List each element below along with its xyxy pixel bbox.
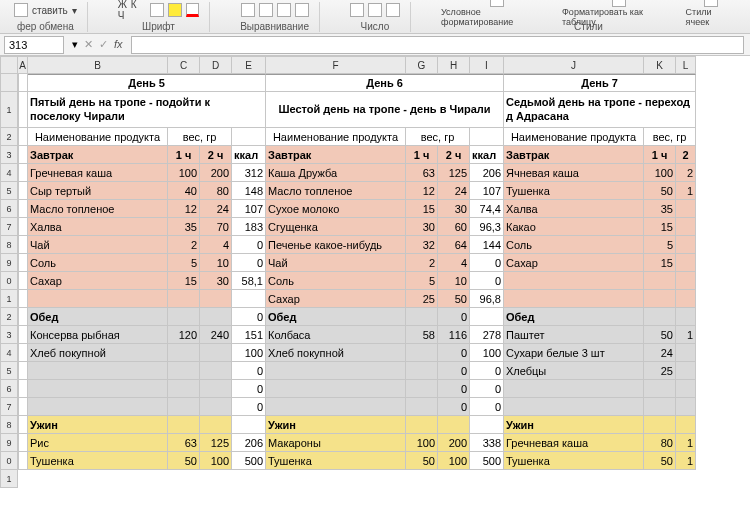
- cell[interactable]: 63: [406, 164, 438, 182]
- cell[interactable]: [676, 380, 696, 398]
- cell[interactable]: 80: [200, 182, 232, 200]
- fx-icon[interactable]: fx: [114, 38, 123, 51]
- cell[interactable]: Паштет: [504, 326, 644, 344]
- cell[interactable]: 100: [200, 452, 232, 470]
- cell[interactable]: 0: [438, 344, 470, 362]
- cell[interactable]: Рис: [28, 434, 168, 452]
- cell[interactable]: [644, 416, 676, 434]
- cell[interactable]: Тушенка: [266, 452, 406, 470]
- cell[interactable]: Шестой день на тропе - день в Чирали: [266, 92, 504, 128]
- col-header[interactable]: I: [470, 56, 504, 74]
- cell[interactable]: 50: [438, 290, 470, 308]
- align-left-icon[interactable]: [241, 3, 255, 17]
- cell[interactable]: Обед: [266, 308, 406, 326]
- col-header[interactable]: L: [676, 56, 696, 74]
- number-format-icon[interactable]: [350, 3, 364, 17]
- cell[interactable]: Чай: [28, 236, 168, 254]
- font-style-buttons[interactable]: Ж К Ч: [118, 0, 147, 21]
- cell[interactable]: [676, 362, 696, 380]
- cell[interactable]: 0: [438, 362, 470, 380]
- cell[interactable]: 0: [232, 254, 266, 272]
- cell[interactable]: 200: [200, 164, 232, 182]
- cell[interactable]: Сыр тертый: [28, 182, 168, 200]
- cell[interactable]: 0: [470, 362, 504, 380]
- cell[interactable]: [168, 344, 200, 362]
- col-header[interactable]: A: [18, 56, 28, 74]
- cell[interactable]: [18, 74, 28, 92]
- cell[interactable]: [28, 362, 168, 380]
- cell[interactable]: 1: [676, 182, 696, 200]
- paste-icon[interactable]: [14, 3, 28, 17]
- cell[interactable]: [504, 380, 644, 398]
- cell[interactable]: [18, 344, 28, 362]
- col-header[interactable]: F: [266, 56, 406, 74]
- cell[interactable]: 96,8: [470, 290, 504, 308]
- name-box[interactable]: 313: [4, 36, 64, 54]
- cell[interactable]: Ячневая каша: [504, 164, 644, 182]
- cell[interactable]: 35: [644, 200, 676, 218]
- cell[interactable]: 50: [644, 326, 676, 344]
- cell[interactable]: Завтрак: [28, 146, 168, 164]
- cell[interactable]: [18, 416, 28, 434]
- row-header[interactable]: 1: [0, 290, 18, 308]
- cell[interactable]: [200, 344, 232, 362]
- align-center-icon[interactable]: [259, 3, 273, 17]
- row-header[interactable]: 8: [0, 236, 18, 254]
- cell[interactable]: 116: [438, 326, 470, 344]
- align-right-icon[interactable]: [277, 3, 291, 17]
- cell[interactable]: [18, 380, 28, 398]
- cell[interactable]: 206: [470, 164, 504, 182]
- cell[interactable]: [676, 254, 696, 272]
- cell[interactable]: [676, 272, 696, 290]
- row-header[interactable]: 7: [0, 218, 18, 236]
- cell[interactable]: Сухое молоко: [266, 200, 406, 218]
- row-header[interactable]: 0: [0, 452, 18, 470]
- cell[interactable]: [18, 200, 28, 218]
- cancel-icon[interactable]: ✕: [84, 38, 93, 51]
- cell[interactable]: [438, 416, 470, 434]
- cell[interactable]: Сахар: [266, 290, 406, 308]
- cell[interactable]: 312: [232, 164, 266, 182]
- cell[interactable]: [470, 416, 504, 434]
- cell[interactable]: [28, 380, 168, 398]
- cell[interactable]: 50: [406, 452, 438, 470]
- col-header[interactable]: E: [232, 56, 266, 74]
- cell[interactable]: 2 ч: [438, 146, 470, 164]
- cell[interactable]: 32: [406, 236, 438, 254]
- cell[interactable]: [232, 416, 266, 434]
- cell[interactable]: Хлеб покупной: [28, 344, 168, 362]
- cell[interactable]: 25: [644, 362, 676, 380]
- row-header[interactable]: 9: [0, 434, 18, 452]
- expand-icon[interactable]: ▾: [72, 5, 77, 16]
- cell[interactable]: [232, 128, 266, 146]
- cell[interactable]: [168, 290, 200, 308]
- row-header[interactable]: 2: [0, 308, 18, 326]
- cell[interactable]: 0: [232, 398, 266, 416]
- cell[interactable]: 24: [200, 200, 232, 218]
- cell[interactable]: [168, 308, 200, 326]
- cell[interactable]: 40: [168, 182, 200, 200]
- cell[interactable]: Гречневая каша: [504, 434, 644, 452]
- col-header[interactable]: C: [168, 56, 200, 74]
- row-header[interactable]: 3: [0, 326, 18, 344]
- cell[interactable]: Обед: [504, 308, 644, 326]
- cell[interactable]: [200, 308, 232, 326]
- cell[interactable]: 144: [470, 236, 504, 254]
- cell[interactable]: [200, 380, 232, 398]
- cell[interactable]: 2 ч: [200, 146, 232, 164]
- cell[interactable]: 0: [470, 254, 504, 272]
- cell[interactable]: Обед: [28, 308, 168, 326]
- cell[interactable]: [676, 308, 696, 326]
- col-header[interactable]: G: [406, 56, 438, 74]
- cell[interactable]: 50: [644, 452, 676, 470]
- cell[interactable]: Макароны: [266, 434, 406, 452]
- cell[interactable]: Пятый день на тропе - подойти к поселоку…: [28, 92, 266, 128]
- enter-icon[interactable]: ✓: [99, 38, 108, 51]
- cell[interactable]: 500: [470, 452, 504, 470]
- fill-color-icon[interactable]: [168, 3, 182, 17]
- cell[interactable]: [18, 92, 28, 128]
- cell[interactable]: 10: [438, 272, 470, 290]
- cell[interactable]: [18, 452, 28, 470]
- cell[interactable]: Масло топленое: [266, 182, 406, 200]
- cell[interactable]: [28, 290, 168, 308]
